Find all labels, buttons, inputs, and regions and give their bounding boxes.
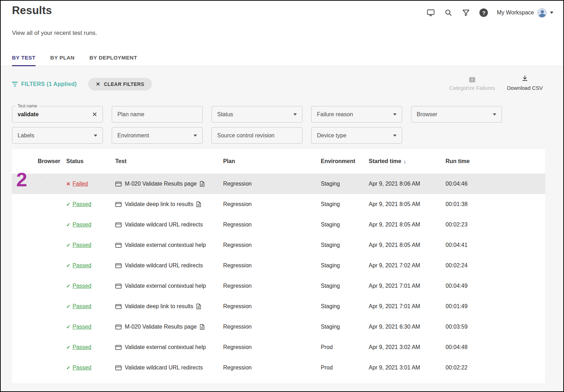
run-time-cell: 00:02:22: [446, 365, 545, 371]
status-link[interactable]: Passed: [73, 344, 91, 350]
help-icon[interactable]: ?: [479, 8, 488, 17]
passed-icon: ✓: [66, 222, 70, 228]
test-name: Validate wildcard URL redirects: [125, 262, 203, 269]
plan-cell: Regression: [223, 344, 321, 350]
filters-summary[interactable]: FILTERS (1 Applied): [12, 81, 77, 87]
test-name: M-020 Validate Results page: [125, 324, 197, 330]
started-time-cell: Apr 9, 2021 7:02 AM: [369, 262, 446, 269]
table-row[interactable]: ✓Passed Validate wildcard URL redirects …: [12, 214, 545, 235]
chevron-down-icon: [493, 113, 496, 116]
test-name: Validate external contextual help: [125, 242, 206, 248]
chevron-down-icon: [194, 135, 197, 137]
page-subtitle: View all of your recent test runs.: [12, 30, 97, 37]
plan-cell: Regression: [223, 242, 321, 248]
labels-select[interactable]: Labels: [12, 127, 103, 144]
status-link[interactable]: Failed: [73, 181, 88, 187]
failure-reason-select-label: Failure reason: [317, 111, 353, 118]
column-header-started-time[interactable]: Started time↓: [369, 158, 446, 164]
failure-reason-select[interactable]: Failure reason: [311, 106, 402, 123]
table-row[interactable]: ✓Passed Validate external contextual hel…: [12, 337, 545, 357]
test-name: M-020 Validate Results page: [125, 181, 197, 187]
table-row[interactable]: ✓Passed Validate deep link to results Re…: [12, 296, 545, 317]
plan-cell: Regression: [223, 262, 321, 269]
run-time-cell: 00:04:48: [446, 344, 545, 350]
tab-by-deployment[interactable]: BY DEPLOYMENT: [90, 55, 137, 66]
status-link[interactable]: Passed: [73, 303, 91, 310]
plan-cell: Regression: [223, 283, 321, 289]
environment-cell: Staging: [321, 222, 369, 228]
column-header-run-time: Run time: [446, 158, 545, 164]
started-time-cell: Apr 9, 2021 8:06 AM: [369, 181, 446, 187]
column-header-status: Status: [66, 158, 115, 164]
test-name: Validate deep link to results: [125, 303, 193, 310]
clear-filters-label: CLEAR FILTERS: [104, 81, 145, 87]
labels-select-label: Labels: [18, 132, 34, 139]
environment-select[interactable]: Environment: [112, 127, 203, 144]
passed-icon: ✓: [66, 263, 70, 268]
environment-cell: Staging: [321, 181, 369, 187]
table-row[interactable]: ✓Passed Validate wildcard URL redirects …: [12, 255, 545, 276]
source-control-revision-field[interactable]: [212, 127, 302, 144]
table-row[interactable]: ✓Passed Validate external contextual hel…: [12, 276, 545, 296]
step-annotation: 2: [16, 170, 27, 189]
column-header-environment: Environment: [321, 158, 369, 164]
passed-icon: ✓: [66, 283, 70, 289]
source-control-revision-input[interactable]: [217, 132, 297, 139]
passed-icon: ✓: [66, 324, 70, 330]
clear-test-name-icon[interactable]: ✕: [92, 111, 97, 118]
passed-icon: ✓: [66, 365, 70, 371]
table-row[interactable]: ✕Failed M-020 Validate Results page Regr…: [12, 174, 545, 194]
chevron-down-icon: [550, 12, 553, 14]
status-link[interactable]: Passed: [73, 201, 91, 207]
test-name: Validate external contextual help: [125, 344, 206, 350]
started-time-cell: Apr 9, 2021 3:01 AM: [369, 365, 446, 371]
started-time-cell: Apr 9, 2021 3:02 AM: [369, 344, 446, 350]
download-csv-button[interactable]: Download CSV: [507, 75, 543, 91]
plan-name-input[interactable]: [117, 111, 197, 118]
passed-icon: ✓: [66, 201, 70, 207]
search-icon[interactable]: [444, 8, 453, 17]
status-link[interactable]: Passed: [73, 324, 91, 330]
started-time-cell: Apr 9, 2021 8:05 AM: [369, 201, 446, 207]
workspace-menu[interactable]: My Workspace: [497, 8, 553, 18]
status-link[interactable]: Passed: [73, 242, 91, 248]
plan-name-field[interactable]: [112, 106, 203, 123]
filters-summary-label: FILTERS (1 Applied): [21, 81, 77, 87]
sort-desc-icon: ↓: [403, 158, 406, 164]
run-time-cell: 00:01:38: [446, 201, 545, 207]
tab-by-plan[interactable]: BY PLAN: [50, 55, 75, 66]
browser-select[interactable]: Browser: [411, 106, 502, 123]
environment-cell: Staging: [321, 324, 369, 330]
column-header-plan: Plan: [223, 158, 321, 164]
categorize-failures-button[interactable]: ! Categorize Failures: [449, 77, 495, 91]
run-time-cell: 00:02:23: [446, 222, 545, 228]
device-type-select[interactable]: Device type: [311, 127, 402, 144]
monitor-icon[interactable]: [426, 8, 435, 17]
status-link[interactable]: Passed: [73, 262, 91, 269]
tab-by-test[interactable]: BY TEST: [12, 55, 36, 66]
status-link[interactable]: Passed: [73, 222, 91, 228]
filter-icon[interactable]: [461, 8, 471, 17]
passed-icon: ✓: [66, 344, 70, 350]
test-name: Validate wildcard URL redirects: [125, 365, 203, 371]
run-time-cell: 00:01:49: [446, 303, 545, 310]
status-link[interactable]: Passed: [73, 365, 91, 371]
environment-cell: Staging: [321, 201, 369, 207]
table-row[interactable]: ✓Passed Validate deep link to results Re…: [12, 194, 545, 214]
table-row[interactable]: ✓Passed Validate external contextual hel…: [12, 235, 545, 255]
table-row[interactable]: ✓Passed Validate wildcard URL redirects …: [12, 357, 545, 378]
status-select[interactable]: Status: [212, 106, 302, 123]
document-icon: [196, 304, 201, 309]
test-name-field-label: Test name: [16, 104, 39, 108]
test-name-input[interactable]: [18, 111, 92, 118]
table-row[interactable]: ✓Passed M-020 Validate Results page Regr…: [12, 317, 545, 337]
browser-window-icon: [115, 263, 122, 268]
browser-window-icon: [115, 202, 122, 207]
status-link[interactable]: Passed: [73, 283, 91, 289]
test-name-field[interactable]: Test name ✕: [12, 106, 103, 123]
clear-filters-button[interactable]: ✕ CLEAR FILTERS: [88, 78, 152, 91]
funnel-lines-icon: [12, 82, 18, 87]
document-icon: [200, 324, 204, 330]
page-header: Results View all of your recent test run…: [1, 1, 563, 66]
app-window: Results View all of your recent test run…: [0, 0, 564, 392]
